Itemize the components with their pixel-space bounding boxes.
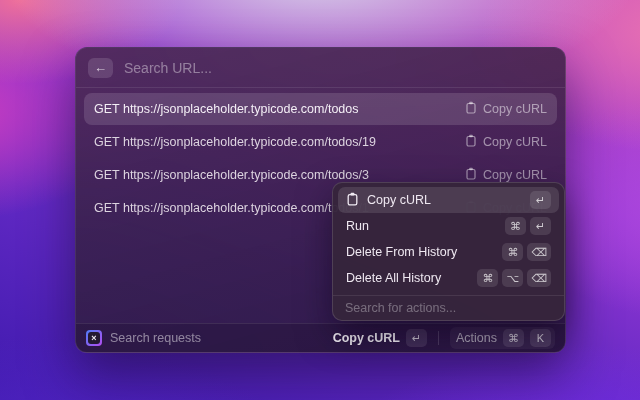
copy-curl-accessory: Copy cURL xyxy=(465,101,547,117)
clipboard-icon xyxy=(346,192,359,209)
option-key-icon: ⌥ xyxy=(502,269,523,287)
request-row-todos[interactable]: GET https://jsonplaceholder.typicode.com… xyxy=(84,93,557,125)
action-item-run[interactable]: Run ⌘ ↵ xyxy=(338,213,559,239)
search-url-input[interactable]: Search URL... xyxy=(124,60,553,76)
return-key-icon: ↵ xyxy=(530,217,551,235)
clipboard-icon xyxy=(465,134,477,150)
command-key-icon: ⌘ xyxy=(502,243,523,261)
actions-search-input[interactable]: Search for actions... xyxy=(333,296,564,320)
actions-popup-list: Copy cURL ↵ Run ⌘ ↵ Delete From History xyxy=(333,183,564,293)
extension-icon: × xyxy=(86,330,102,346)
primary-action-button[interactable]: Copy cURL xyxy=(333,331,400,345)
action-item-delete-all-history[interactable]: Delete All History ⌘ ⌥ ⌫ xyxy=(338,265,559,291)
footer-divider xyxy=(438,331,439,345)
launcher-window: ← Search URL... GET https://jsonplacehol… xyxy=(75,47,566,353)
command-key-icon: ⌘ xyxy=(503,329,524,347)
search-header: ← Search URL... xyxy=(76,48,565,88)
delete-key-icon: ⌫ xyxy=(527,269,551,287)
action-item-delete-from-history[interactable]: Delete From History ⌘ ⌫ xyxy=(338,239,559,265)
desktop-wallpaper: ← Search URL... GET https://jsonplacehol… xyxy=(0,0,640,400)
return-key-icon: ↵ xyxy=(530,191,551,209)
request-url: GET https://jsonplaceholder.typicode.com… xyxy=(94,102,359,116)
return-key-icon: ↵ xyxy=(406,329,427,347)
delete-key-icon: ⌫ xyxy=(527,243,551,261)
k-key-icon: K xyxy=(530,329,551,347)
action-item-copy-curl[interactable]: Copy cURL ↵ xyxy=(338,187,559,213)
command-key-icon: ⌘ xyxy=(505,217,526,235)
actions-button[interactable]: Actions ⌘ K xyxy=(450,327,555,349)
footer-right: Copy cURL ↵ Actions ⌘ K xyxy=(333,327,555,349)
request-url: GET https://jsonplaceholder.typicode.com… xyxy=(94,168,369,182)
clipboard-icon xyxy=(465,167,477,183)
copy-curl-accessory: Copy cURL xyxy=(465,134,547,150)
back-arrow-icon: ← xyxy=(94,61,107,74)
request-url: GET https://jsonplaceholder.typicode.com… xyxy=(94,135,376,149)
copy-curl-accessory: Copy cURL xyxy=(465,167,547,183)
clipboard-icon xyxy=(465,101,477,117)
command-key-icon: ⌘ xyxy=(477,269,498,287)
footer-left: × Search requests xyxy=(86,330,201,346)
request-row-todos-19[interactable]: GET https://jsonplaceholder.typicode.com… xyxy=(84,126,557,158)
actions-popup: Copy cURL ↵ Run ⌘ ↵ Delete From History xyxy=(332,182,565,321)
request-url: GET https://jsonplaceholder.typicode.com… xyxy=(94,201,369,215)
back-button[interactable]: ← xyxy=(88,58,113,78)
footer-bar: × Search requests Copy cURL ↵ Actions ⌘ … xyxy=(76,323,565,352)
footer-context-label: Search requests xyxy=(110,331,201,345)
